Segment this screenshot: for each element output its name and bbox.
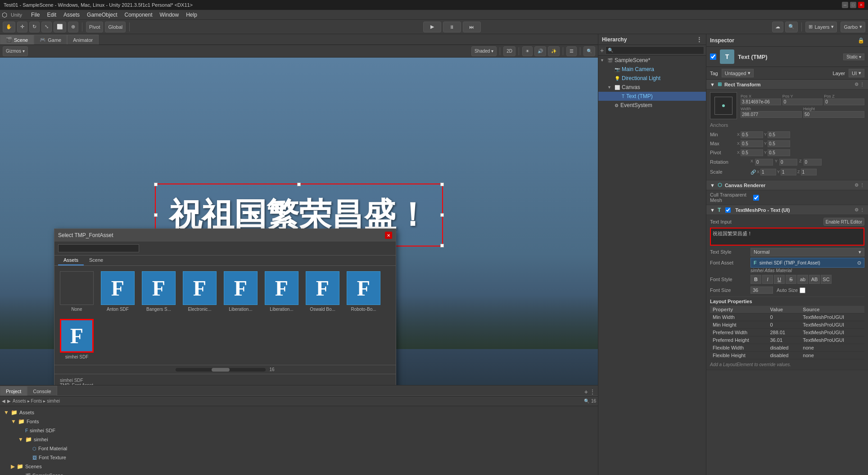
anchor-min-y-input[interactable] xyxy=(768,131,790,138)
layer-dropdown[interactable]: UI ▾ xyxy=(849,69,864,77)
hierarchy-text-tmp[interactable]: T Text (TMP) xyxy=(598,92,706,101)
hierarchy-options-icon[interactable]: ⋮ xyxy=(696,36,702,43)
pos-z-input[interactable] xyxy=(824,99,864,105)
rot-x-input[interactable] xyxy=(755,159,773,166)
menu-window[interactable]: Window xyxy=(156,10,183,19)
tmp-active-checkbox[interactable] xyxy=(725,207,731,213)
hierarchy-main-camera[interactable]: 📷 Main Camera xyxy=(598,65,706,74)
step-button[interactable]: ⏭ xyxy=(463,22,481,32)
handle-tc[interactable] xyxy=(297,183,301,186)
view-options[interactable]: ☰ xyxy=(566,46,577,56)
global-toggle[interactable]: Global xyxy=(105,22,126,32)
project-item[interactable]: ▼ 📁 Assets xyxy=(2,408,596,417)
pause-button[interactable]: ⏸ xyxy=(443,22,461,32)
project-item[interactable]: ▶ 📁 Scenes xyxy=(2,462,596,471)
canvas-renderer-header[interactable]: ▼ ⬡ Canvas Renderer ⚙ ⋮ xyxy=(706,180,868,190)
scale-x-input[interactable] xyxy=(760,169,776,175)
pivot-x-input[interactable] xyxy=(741,149,763,156)
project-options-icon[interactable]: ⋮ xyxy=(590,389,595,395)
project-item[interactable]: 🎬 SampleScene xyxy=(2,471,596,475)
anchor-pivot-visual[interactable] xyxy=(710,92,737,119)
text-style-dropdown[interactable]: Normal ▾ xyxy=(750,248,864,256)
transform-tool-button[interactable]: ⊕ xyxy=(68,22,78,32)
add-icon[interactable]: + xyxy=(584,388,588,395)
play-button[interactable]: ▶ xyxy=(423,22,441,32)
search-scene[interactable]: 🔍 xyxy=(583,46,595,56)
underline-button[interactable]: U xyxy=(774,275,785,284)
menu-edit[interactable]: Edit xyxy=(43,10,60,19)
tmp-options-icon[interactable]: ⚙ ⋮ xyxy=(854,207,864,212)
close-button[interactable]: ✕ xyxy=(858,2,864,8)
project-item[interactable]: ⬡ Font Asset Font Material xyxy=(2,444,596,453)
hierarchy-search[interactable]: 🔍 xyxy=(606,46,704,54)
font-item-simhei[interactable]: F simhei SDF xyxy=(60,319,94,359)
menu-component[interactable]: Component xyxy=(121,10,156,19)
handle-ml[interactable] xyxy=(154,213,158,217)
rot-z-input[interactable] xyxy=(804,159,822,166)
font-item-electronic[interactable]: F Electronic... xyxy=(183,271,217,312)
font-item-none[interactable]: None xyxy=(60,271,94,312)
handle-tr[interactable] xyxy=(440,183,444,186)
collab-button[interactable]: ☁ xyxy=(772,22,783,32)
rect-settings-icon[interactable]: ⚙ ⋮ xyxy=(854,82,864,87)
font-item-oswald[interactable]: F Oswald Bo... xyxy=(306,271,339,312)
modal-search-input[interactable] xyxy=(58,244,139,252)
tab-animator[interactable]: Animator xyxy=(67,35,99,45)
handle-br[interactable] xyxy=(440,244,444,247)
tmp-text-input[interactable]: 祝祖国繁荣昌盛！ xyxy=(710,228,864,246)
bold-button[interactable]: B xyxy=(750,275,761,284)
tab-project[interactable]: Project xyxy=(0,386,27,396)
hierarchy-scene-root[interactable]: ▼ 🎬 SampleScene* xyxy=(598,56,706,65)
project-item[interactable]: 🖼 Font Texture xyxy=(2,453,596,462)
pivot-y-input[interactable] xyxy=(768,149,790,156)
font-asset-select-icon[interactable]: ⊙ xyxy=(857,260,861,266)
enable-rtl-button[interactable]: Enable RTL Editor xyxy=(823,218,864,226)
search-project-icon[interactable]: 🔍 xyxy=(584,399,589,403)
handle-tl[interactable] xyxy=(154,183,158,186)
font-item-anton[interactable]: F Anton SDF xyxy=(101,271,135,312)
lowercase-button[interactable]: ab xyxy=(797,275,808,284)
smallcaps-button[interactable]: SC xyxy=(821,275,832,284)
hierarchy-add-icon[interactable]: + xyxy=(600,47,604,54)
project-item[interactable]: F simhei SDF xyxy=(2,426,596,435)
scale-z-input[interactable] xyxy=(801,169,817,175)
rot-y-input[interactable] xyxy=(779,159,797,166)
font-size-input[interactable] xyxy=(750,287,773,294)
handle-mr[interactable] xyxy=(440,213,444,217)
font-asset-value-row[interactable]: F simhei SDF (TMP_Font Asset) ⊙ xyxy=(750,258,864,268)
rect-tool-button[interactable]: ⬜ xyxy=(54,22,66,32)
lighting-toggle[interactable]: ☀ xyxy=(522,46,533,56)
modal-close-button[interactable]: ✕ xyxy=(385,232,392,239)
maximize-button[interactable]: □ xyxy=(850,2,856,8)
gizmos-dropdown[interactable]: Gizmos ▾ xyxy=(3,46,28,56)
italic-button[interactable]: I xyxy=(762,275,773,284)
tab-game[interactable]: 🎮 Game xyxy=(34,35,67,45)
minimize-button[interactable]: ─ xyxy=(842,2,848,8)
layout-dropdown[interactable]: Garbo ▾ xyxy=(841,22,865,32)
draw-mode-dropdown[interactable]: Shaded ▾ xyxy=(471,46,497,56)
pos-x-input[interactable] xyxy=(741,99,781,105)
rect-transform-header[interactable]: ▼ ⊞ Rect Transform ⚙ ⋮ xyxy=(706,80,868,90)
modal-hscrollbar[interactable] xyxy=(176,368,266,372)
tab-console[interactable]: Console xyxy=(27,386,57,396)
search-button[interactable]: 🔍 xyxy=(785,22,798,32)
inspector-lock-icon[interactable]: 🔒 xyxy=(858,37,864,44)
width-input[interactable] xyxy=(741,111,802,118)
tab-scene[interactable]: 🎬 Scene xyxy=(0,35,34,45)
font-item-bangers[interactable]: F Bangers S... xyxy=(142,271,176,312)
modal-tab-assets[interactable]: Assets xyxy=(58,255,84,265)
menu-gameobject[interactable]: GameObject xyxy=(83,10,121,19)
auto-size-checkbox[interactable] xyxy=(800,287,805,293)
scale-tool-button[interactable]: ⤡ xyxy=(41,22,52,32)
font-item-roboto[interactable]: F Roboto-Bo... xyxy=(347,271,380,312)
font-item-liberation2[interactable]: F Liberation... xyxy=(265,271,298,312)
hierarchy-event-system[interactable]: ⚙ EventSystem xyxy=(598,101,706,110)
anchor-max-x-input[interactable] xyxy=(741,140,763,147)
tmp-header[interactable]: ▼ T TextMeshPro - Text (UI) ⚙ ⋮ xyxy=(706,205,868,215)
2d-toggle[interactable]: 2D xyxy=(503,46,515,56)
anchor-min-x-input[interactable] xyxy=(741,131,763,138)
modal-tab-scene[interactable]: Scene xyxy=(84,255,108,265)
uppercase-button[interactable]: AB xyxy=(809,275,820,284)
back-icon[interactable]: ◀ xyxy=(2,399,5,403)
anchor-max-y-input[interactable] xyxy=(768,140,790,147)
